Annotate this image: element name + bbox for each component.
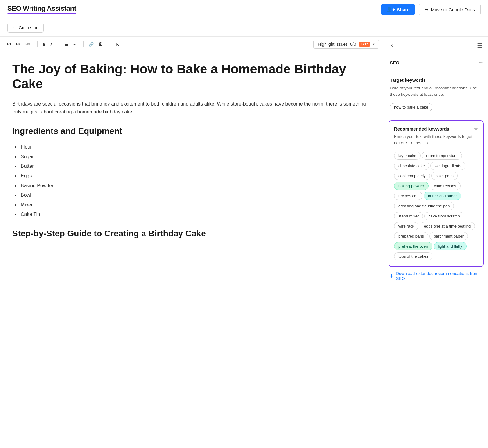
recommended-keywords-list: layer cake room temperature chocolate ca… — [394, 151, 478, 261]
target-keywords-list: how to bake a cake — [390, 102, 483, 112]
ingredients-heading: Ingredients and Equipment — [12, 124, 372, 138]
keyword-tag-wet-ingredients: wet ingredients — [430, 162, 465, 170]
highlight-count: 0/0 — [350, 42, 356, 47]
list-item: Eggs — [20, 172, 372, 180]
recommended-keywords-desc: Enrich your text with these keywords to … — [394, 134, 478, 146]
app-title: SEO Writing Assistant — [7, 5, 76, 13]
recommended-keywords-title: Recommended keywords — [394, 126, 449, 131]
italic-button[interactable]: I — [48, 41, 54, 48]
main-layout: H1 H2 H3 B I ☰ ≡ 🔗 🖼 Ix Highlight is — [0, 37, 488, 445]
target-keywords-desc: Core of your text and all recommendation… — [390, 85, 483, 98]
app-branding: SEO Writing Assistant — [7, 5, 76, 14]
format-group: B I — [41, 41, 54, 48]
keyword-tag-stand-mixer: stand mixer — [394, 212, 423, 220]
list-item: Baking Powder — [20, 182, 372, 190]
editor-toolbar: H1 H2 H3 B I ☰ ≡ 🔗 🖼 Ix Highlight is — [0, 37, 384, 52]
panel-topbar: ‹ ☰ — [384, 37, 488, 54]
go-to-start-button[interactable]: ← Go to start — [7, 23, 44, 33]
panel-menu-button[interactable]: ☰ — [477, 42, 483, 48]
keyword-tag-light-fluffy: light and fluffy — [434, 242, 467, 250]
list-item: Flour — [20, 143, 372, 151]
keyword-tag-cool-completely: cool completely — [394, 172, 430, 180]
h3-button[interactable]: H3 — [23, 41, 32, 48]
toolbar-sep-1 — [37, 41, 38, 47]
panel-back-button[interactable]: ‹ — [390, 41, 394, 50]
keyword-tag-chocolate-cake: chocolate cake — [394, 162, 429, 170]
keyword-tag-cake-pans: cake pans — [431, 172, 458, 180]
unordered-list-button[interactable]: ≡ — [71, 41, 78, 48]
h2-button[interactable]: H2 — [14, 41, 23, 48]
keyword-tag-greasing-flouring: greasing and flouring the pan — [394, 202, 454, 210]
steps-heading: Step-by-Step Guide to Creating a Birthda… — [12, 227, 372, 241]
keyword-tag-tops-of-cakes: tops of the cakes — [394, 252, 432, 260]
toolbar-sep-3 — [83, 41, 84, 47]
highlight-issues-button[interactable]: Highlight issues 0/0 beta ▾ — [313, 40, 379, 49]
keyword-tag-room-temperature: room temperature — [422, 152, 462, 160]
list-group: ☰ ≡ — [63, 41, 78, 48]
target-keywords-header: Target keywords — [390, 77, 483, 83]
list-item: Cake Tin — [20, 210, 372, 218]
keyword-tag-prepared-pans: prepared pans — [394, 232, 428, 240]
arrow-left-icon: ← — [13, 25, 17, 30]
go-back-label: Go to start — [19, 25, 38, 30]
editor-panel: H1 H2 H3 B I ☰ ≡ 🔗 🖼 Ix Highlight is — [0, 37, 384, 445]
image-button[interactable]: 🖼 — [96, 41, 105, 48]
heading-group: H1 H2 H3 — [5, 41, 32, 48]
recommended-keywords-section: Recommended keywords ✏ Enrich your text … — [389, 120, 484, 267]
bold-button[interactable]: B — [41, 41, 48, 48]
seo-section-title: SEO — [390, 60, 400, 65]
target-keywords-section: Target keywords Core of your text and al… — [384, 72, 488, 116]
header-actions: 👤+ Share ↪ Move to Google Docs — [381, 4, 481, 15]
keyword-tag-wire-rack: wire rack — [394, 222, 418, 230]
link-button[interactable]: 🔗 — [87, 41, 96, 48]
keyword-tag-eggs-beating: eggs one at a time beating — [420, 222, 475, 230]
seo-panel: ‹ ☰ SEO ✏ Target keywords Core of your t… — [384, 37, 488, 445]
list-item: Butter — [20, 162, 372, 170]
app-header: SEO Writing Assistant 👤+ Share ↪ Move to… — [0, 0, 488, 19]
clear-formatting-button[interactable]: Ix — [113, 41, 121, 48]
recommended-keywords-header: Recommended keywords ✏ — [394, 126, 478, 132]
download-section[interactable]: ⬇ Download extended recommendations from… — [384, 267, 488, 285]
seo-section-header: SEO ✏ — [390, 60, 483, 66]
google-docs-label: Move to Google Docs — [431, 7, 475, 12]
insert-group: 🔗 🖼 — [87, 41, 105, 48]
move-to-google-docs-button[interactable]: ↪ Move to Google Docs — [419, 4, 481, 15]
seo-section: SEO ✏ — [384, 54, 488, 72]
keyword-tag-parchment-paper: parchment paper — [429, 232, 468, 240]
recommended-edit-button[interactable]: ✏ — [474, 126, 478, 132]
keyword-tag-preheat-oven: preheat the oven — [394, 242, 432, 250]
share-label: Share — [397, 7, 410, 12]
share-button[interactable]: 👤+ Share — [381, 4, 415, 15]
keyword-tag-recipes-call: recipes call — [394, 192, 422, 200]
download-icon: ⬇ — [390, 274, 393, 278]
keyword-tag-cake-from-scratch: cake from scratch — [424, 212, 464, 220]
article-title: The Joy of Baking: How to Bake a Homemad… — [12, 62, 372, 91]
share-icon: 👤+ — [386, 7, 395, 12]
list-item: Mixer — [20, 201, 372, 209]
h1-button[interactable]: H1 — [5, 41, 13, 48]
list-item: Bowl — [20, 191, 372, 199]
keyword-tag-baking-powder: baking powder — [394, 182, 429, 190]
sub-navigation: ← Go to start — [0, 19, 488, 37]
list-item: Sugar — [20, 153, 372, 161]
keyword-tag-layer-cake: layer cake — [394, 152, 421, 160]
target-keywords-title: Target keywords — [390, 77, 426, 83]
keyword-tag-butter-and-sugar: butter and sugar — [424, 192, 461, 200]
ingredients-list: Flour Sugar Butter Eggs Baking Powder Bo… — [12, 143, 372, 218]
toolbar-sep-4 — [110, 41, 110, 47]
seo-edit-button[interactable]: ✏ — [479, 60, 483, 66]
editor-content[interactable]: The Joy of Baking: How to Bake a Homemad… — [0, 52, 384, 445]
keyword-tag-cake-recipes: cake recipes — [430, 182, 461, 190]
google-docs-icon: ↪ — [425, 7, 429, 12]
highlight-label: Highlight issues — [318, 42, 348, 47]
toolbar-sep-2 — [59, 41, 59, 47]
chevron-down-icon: ▾ — [373, 42, 375, 46]
target-keyword-tag: how to bake a cake — [390, 103, 432, 111]
article-intro: Birthdays are special occasions that bri… — [12, 100, 372, 116]
beta-badge: beta — [359, 42, 370, 47]
download-label: Download extended recommendations from S… — [396, 271, 483, 281]
ordered-list-button[interactable]: ☰ — [63, 41, 70, 48]
title-underline — [7, 13, 76, 14]
